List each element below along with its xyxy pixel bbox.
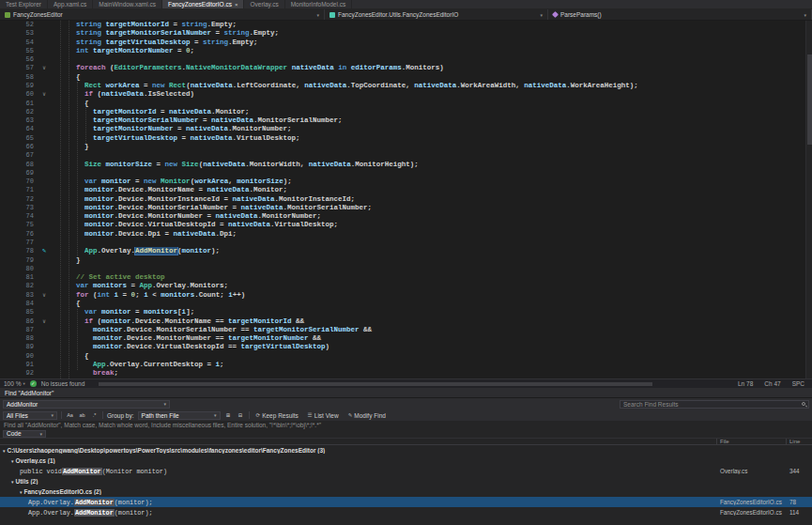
scrollbar-thumb[interactable] <box>807 54 812 145</box>
list-view-toggle[interactable]: ☰ List View <box>305 412 342 419</box>
tab-app-xaml-cs[interactable]: App.xaml.cs <box>48 0 93 8</box>
code-editor[interactable]: 52 string targetMonitorId = string.Empty… <box>0 21 812 378</box>
modify-find-button[interactable]: ✎ Modify Find <box>345 412 389 419</box>
fold-collapse-icon[interactable]: ∨ <box>42 91 46 98</box>
tab-label: Overlay.cs <box>250 1 278 8</box>
tab-monitorinfomodel-cs[interactable]: MonitorInfoModel.cs <box>285 0 353 8</box>
code-line-74[interactable]: 74 monitor.Device.MonitorNumber = native… <box>0 212 812 221</box>
tab-overlay-cs[interactable]: Overlay.cs <box>244 0 284 8</box>
expander-icon[interactable]: ▾ <box>11 479 14 485</box>
tab-fancyzoneseditorio-cs[interactable]: FancyZonesEditorIO.cs× <box>162 0 244 8</box>
code-line-90[interactable]: 90 { <box>0 352 812 361</box>
code-line-87[interactable]: 87 monitor.Device.MonitorSerialNumber ==… <box>0 326 812 334</box>
chevron-down-icon: ▾ <box>23 381 24 386</box>
code-line-59[interactable]: 59 Rect workArea = new Rect(nativeData.L… <box>0 82 812 90</box>
fold-collapse-icon[interactable]: ∨ <box>42 65 46 71</box>
code-line-57[interactable]: 57∨ foreach (EditorParameters.NativeMoni… <box>0 64 812 72</box>
tab-test-explorer[interactable]: Test Explorer <box>0 0 48 8</box>
code-line-76[interactable]: 76 monitor.Device.Dpi = nativeData.Dpi; <box>0 230 812 239</box>
code-line-69[interactable]: 69 <box>0 169 812 178</box>
project-dropdown[interactable]: FancyZonesEditor ▾ <box>0 9 325 20</box>
editor-horizontal-scrollbar[interactable] <box>99 382 652 386</box>
expand-all-button[interactable]: ⊞ <box>224 411 233 420</box>
code-line-91[interactable]: 91 App.Overlay.CurrentDesktop = i; <box>0 361 812 369</box>
code-text: App.Overlay.CurrentDesktop = i; <box>51 361 812 369</box>
code-line-89[interactable]: 89 monitor.Device.VirtualDesktopId == ta… <box>0 343 812 351</box>
code-line-82[interactable]: 82 var monitors = App.Overlay.Monitors; <box>0 282 812 290</box>
code-line-52[interactable]: 52 string targetMonitorId = string.Empty… <box>0 21 812 29</box>
fold-collapse-icon[interactable]: ∨ <box>42 292 46 299</box>
find-result-group-row[interactable]: ▾Utils (2) <box>0 476 812 486</box>
type-dropdown[interactable]: FancyZonesEditor.Utils.FancyZonesEditorI… <box>325 9 548 20</box>
code-line-84[interactable]: 84 { <box>0 300 812 308</box>
expander-icon[interactable]: ▾ <box>3 448 6 454</box>
collapse-all-button[interactable]: ⊟ <box>237 411 245 420</box>
space-mode-indicator[interactable]: SPC <box>792 380 804 387</box>
search-find-results-input[interactable] <box>620 400 809 409</box>
code-line-60[interactable]: 60∨ if (nativeData.IsSelected) <box>0 90 812 99</box>
code-line-70[interactable]: 70 var monitor = new Monitor(workArea, m… <box>0 178 812 186</box>
whole-word-button[interactable]: ab <box>78 411 86 420</box>
code-line-79[interactable]: 79 } <box>0 256 812 265</box>
find-result-row[interactable]: public void AddMonitor(Monitor monitor)O… <box>0 466 812 476</box>
zoom-select[interactable]: 100 % ▾ <box>4 380 25 387</box>
match-suffix: (monitor); <box>115 499 153 506</box>
code-line-73[interactable]: 73 monitor.Device.MonitorSerialNumber = … <box>0 204 812 212</box>
tab-mainwindow-xaml-cs[interactable]: MainWindow.xaml.cs <box>93 0 162 8</box>
find-result-group-row[interactable]: ▾C:\Users\zhaopengwang\Desktop\powertoys… <box>0 445 812 456</box>
column-file[interactable]: File <box>717 439 787 444</box>
expander-icon[interactable]: ▾ <box>20 489 23 495</box>
code-line-55[interactable]: 55 int targetMonitorNumber = 0; <box>0 47 812 55</box>
keep-results-toggle[interactable]: ⟳ Keep Results <box>253 412 301 419</box>
column-content[interactable] <box>0 439 717 444</box>
code-line-62[interactable]: 62 targetMonitorId = nativeData.Monitor; <box>0 108 812 116</box>
line-number: 63 <box>0 116 38 125</box>
group-by-combo[interactable]: Path then File ▾ <box>138 411 221 420</box>
regex-button[interactable]: .* <box>90 411 99 420</box>
line-indicator[interactable]: Ln 78 <box>738 380 753 387</box>
member-dropdown[interactable]: ParseParams() ▾ <box>548 9 812 20</box>
code-line-54[interactable]: 54 string targetVirtualDesktop = string.… <box>0 39 812 47</box>
code-line-61[interactable]: 61 { <box>0 100 812 108</box>
code-text: monitor.Device.Dpi = nativeData.Dpi; <box>51 230 812 239</box>
code-line-66[interactable]: 66 } <box>0 143 812 151</box>
expander-icon[interactable]: ▾ <box>11 458 14 464</box>
find-result-row[interactable]: App.Overlay.AddMonitor(monitor);FancyZon… <box>0 507 812 517</box>
code-line-58[interactable]: 58 { <box>0 73 812 82</box>
find-result-group-row[interactable]: ▾FancyZonesEditorIO.cs (2) <box>0 486 812 497</box>
code-line-86[interactable]: 86∨ if (monitor.Device.MonitorName == ta… <box>0 317 812 326</box>
code-line-75[interactable]: 75 monitor.Device.VirtualDesktopId = nat… <box>0 221 812 229</box>
code-line-92[interactable]: 92 break; <box>0 369 812 378</box>
fold-collapse-icon[interactable]: ∨ <box>42 318 46 325</box>
code-line-63[interactable]: 63 targetMonitorSerialNumber = nativeDat… <box>0 116 812 125</box>
code-line-78[interactable]: 78✎ App.Overlay.AddMonitor(monitor); <box>0 247 812 255</box>
code-line-64[interactable]: 64 targetMonitorNumber = nativeData.Moni… <box>0 125 812 133</box>
code-line-53[interactable]: 53 string targetMonitorSerialNumber = st… <box>0 29 812 38</box>
editor-vertical-scrollbar[interactable] <box>805 21 812 378</box>
column-line[interactable]: Line <box>787 439 812 444</box>
find-query-combo[interactable]: AddMonitor ▾ <box>3 400 170 409</box>
code-line-80[interactable]: 80 <box>0 265 812 273</box>
code-line-72[interactable]: 72 monitor.Device.MonitorInstanceId = na… <box>0 195 812 204</box>
code-filter-combo[interactable]: Code ▾ <box>3 430 46 438</box>
code-line-83[interactable]: 83∨ for (int i = 0; i < monitors.Count; … <box>0 291 812 300</box>
close-icon[interactable]: × <box>235 2 238 8</box>
code-text: { <box>51 300 812 308</box>
code-line-77[interactable]: 77 <box>0 239 812 247</box>
code-line-65[interactable]: 65 targetVirtualDesktop = nativeData.Vir… <box>0 134 812 143</box>
tab-label: Test Explorer <box>6 1 41 8</box>
code-line-85[interactable]: 85 var monitor = monitors[i]; <box>0 308 812 317</box>
code-line-88[interactable]: 88 monitor.Device.MonitorNumber == targe… <box>0 334 812 343</box>
column-indicator[interactable]: Ch 47 <box>764 380 780 387</box>
code-line-67[interactable]: 67 <box>0 151 812 160</box>
match-case-button[interactable]: Aa <box>66 411 74 420</box>
issues-status[interactable]: No issues found <box>41 380 85 387</box>
find-result-row[interactable]: App.Overlay.AddMonitor(monitor);FancyZon… <box>0 497 812 507</box>
code-line-56[interactable]: 56 <box>0 55 812 64</box>
code-line-81[interactable]: 81 // Set active desktop <box>0 273 812 282</box>
file-types-combo[interactable]: All Files ▾ <box>3 411 57 420</box>
find-result-group-row[interactable]: ▾Overlay.cs (1) <box>0 456 812 466</box>
group-label: C:\Users\zhaopengwang\Desktop\powertoys\… <box>8 447 326 454</box>
code-line-68[interactable]: 68 Size monitorSize = new Size(nativeDat… <box>0 161 812 169</box>
code-line-71[interactable]: 71 monitor.Device.MonitorName = nativeDa… <box>0 186 812 194</box>
